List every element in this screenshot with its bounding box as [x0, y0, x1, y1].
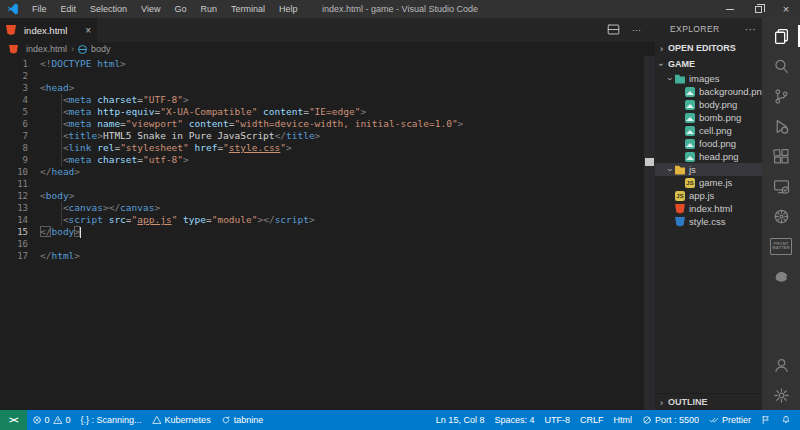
- section-open-editors[interactable]: › OPEN EDITORS: [655, 40, 762, 56]
- menu-selection[interactable]: Selection: [83, 0, 134, 18]
- activity-accounts-icon[interactable]: [762, 350, 800, 380]
- code-line[interactable]: 17</html>: [0, 250, 655, 262]
- k8s-icon: [152, 415, 162, 425]
- tree-item-game-js[interactable]: JSgame.js: [655, 176, 762, 189]
- status-language-mode[interactable]: Html: [608, 410, 637, 430]
- status-indentation[interactable]: Spaces: 4: [489, 410, 539, 430]
- breadcrumb-symbol[interactable]: body: [91, 44, 111, 54]
- minimize-button[interactable]: [716, 0, 744, 18]
- tree-item-label: background.png: [699, 86, 762, 97]
- tree-item-background-png[interactable]: background.png: [655, 85, 762, 98]
- section-game[interactable]: › GAME: [655, 56, 762, 72]
- code-line[interactable]: 15</body>: [0, 226, 655, 238]
- code-line[interactable]: 2: [0, 70, 655, 82]
- code-line[interactable]: 14 <script src="app.js" type="module"></…: [0, 214, 655, 226]
- line-number: 16: [0, 238, 28, 250]
- menu-go[interactable]: Go: [167, 0, 193, 18]
- tree-item-label: food.png: [699, 138, 736, 149]
- code-line[interactable]: 1<!DOCTYPE html>: [0, 58, 655, 70]
- line-number: 7: [0, 130, 28, 142]
- activity-search-icon[interactable]: [762, 51, 800, 81]
- line-number: 13: [0, 202, 28, 214]
- line-number: 15: [0, 226, 28, 238]
- remote-indicator[interactable]: ><: [0, 410, 27, 430]
- image-icon: [685, 152, 695, 162]
- code-line[interactable]: 5 <meta http-equiv="X-UA-Compatible" con…: [0, 106, 655, 118]
- code-line[interactable]: 9 <meta charset="utf-8">: [0, 154, 655, 166]
- status-scanning[interactable]: {.} : Scanning...: [76, 410, 147, 430]
- menu-run[interactable]: Run: [193, 0, 224, 18]
- status-prettier[interactable]: Prettier: [704, 410, 756, 430]
- code-editor[interactable]: 1<!DOCTYPE html>23<head>4 <meta charset=…: [0, 56, 655, 410]
- tree-item-food-png[interactable]: food.png: [655, 137, 762, 150]
- line-number: 2: [0, 70, 28, 82]
- problems-indicator[interactable]: 0 0: [27, 410, 76, 430]
- tree-item-head-png[interactable]: head.png: [655, 150, 762, 163]
- sync-icon: [221, 415, 231, 425]
- menu-file[interactable]: File: [25, 0, 54, 18]
- close-window-button[interactable]: ×: [772, 0, 800, 18]
- code-line[interactable]: 6 <meta name="viewport" content="width=d…: [0, 118, 655, 130]
- status-tabnine[interactable]: tabnine: [216, 410, 269, 430]
- code-line[interactable]: 4 <meta charset="UTF-8">: [0, 94, 655, 106]
- activity-settings-icon[interactable]: [762, 380, 800, 410]
- line-number: 9: [0, 154, 28, 166]
- code-line[interactable]: 10</head>: [0, 166, 655, 178]
- editor-more-actions-icon[interactable]: ···: [632, 25, 641, 35]
- activity-kubernetes-icon[interactable]: [762, 201, 800, 231]
- menu-edit[interactable]: Edit: [54, 0, 84, 18]
- tab-index-html[interactable]: index.html ×: [0, 18, 97, 42]
- activity-frontmatter-icon[interactable]: FRONTMATTER: [762, 231, 800, 261]
- activity-run-debug-icon[interactable]: [762, 111, 800, 141]
- status-eol[interactable]: CRLF: [575, 410, 609, 430]
- tree-item-images[interactable]: ›images: [655, 72, 762, 85]
- breadcrumb-file[interactable]: index.html: [26, 44, 67, 54]
- explorer-more-actions-icon[interactable]: ···: [745, 24, 756, 35]
- tree-item-app-js[interactable]: JSapp.js: [655, 189, 762, 202]
- tree-item-label: style.css: [689, 216, 725, 227]
- status-port[interactable]: Port : 5500: [637, 410, 704, 430]
- activity-tabnine-icon[interactable]: [762, 261, 800, 291]
- status-flag[interactable]: [756, 410, 776, 430]
- tree-item-cell-png[interactable]: cell.png: [655, 124, 762, 137]
- code-line[interactable]: 3<head>: [0, 82, 655, 94]
- image-icon: [685, 113, 695, 123]
- code-line[interactable]: 7 <title>HTML5 Snake in Pure JavaScript<…: [0, 130, 655, 142]
- menu-view[interactable]: View: [134, 0, 167, 18]
- code-line[interactable]: 12<body>: [0, 190, 655, 202]
- code-line[interactable]: 13 <canvas></canvas>: [0, 202, 655, 214]
- menu-bar: FileEditSelectionViewGoRunTerminalHelp: [25, 0, 304, 18]
- tree-item-label: app.js: [689, 190, 714, 201]
- activity-source-control-icon[interactable]: [762, 81, 800, 111]
- close-tab-icon[interactable]: ×: [85, 25, 91, 36]
- editor-scrollbar[interactable]: [644, 56, 655, 410]
- overview-ruler-marker: [645, 158, 654, 166]
- tree-item-style-css[interactable]: style.css: [655, 215, 762, 228]
- menu-terminal[interactable]: Terminal: [224, 0, 272, 18]
- tree-item-js[interactable]: ›js: [655, 163, 762, 176]
- bell-icon: [781, 415, 791, 425]
- tree-item-bomb-png[interactable]: bomb.png: [655, 111, 762, 124]
- html-file-icon: [9, 45, 18, 54]
- code-line[interactable]: 11: [0, 178, 655, 190]
- section-outline[interactable]: › OUTLINE: [655, 393, 762, 410]
- split-editor-icon[interactable]: [607, 23, 620, 38]
- activity-extensions-icon[interactable]: [762, 141, 800, 171]
- status-notifications[interactable]: [776, 410, 796, 430]
- activity-explorer-icon[interactable]: [762, 21, 800, 51]
- code-line[interactable]: 16: [0, 238, 655, 250]
- status-encoding[interactable]: UTF-8: [539, 410, 575, 430]
- line-number: 3: [0, 82, 28, 94]
- activity-remote-explorer-icon[interactable]: [762, 171, 800, 201]
- code-line[interactable]: 8 <link rel="stylesheet" href="style.css…: [0, 142, 655, 154]
- menu-help[interactable]: Help: [272, 0, 305, 18]
- status-cursor-position[interactable]: Ln 15, Col 8: [431, 410, 490, 430]
- tree-item-index-html[interactable]: index.html: [655, 202, 762, 215]
- vscode-logo-icon: [7, 3, 19, 15]
- status-kubernetes[interactable]: Kubernetes: [147, 410, 216, 430]
- sidebar-header: EXPLORER ···: [655, 18, 762, 40]
- image-icon: [685, 87, 695, 97]
- restore-button[interactable]: [744, 0, 772, 18]
- tree-item-label: index.html: [689, 203, 732, 214]
- tree-item-body-png[interactable]: body.png: [655, 98, 762, 111]
